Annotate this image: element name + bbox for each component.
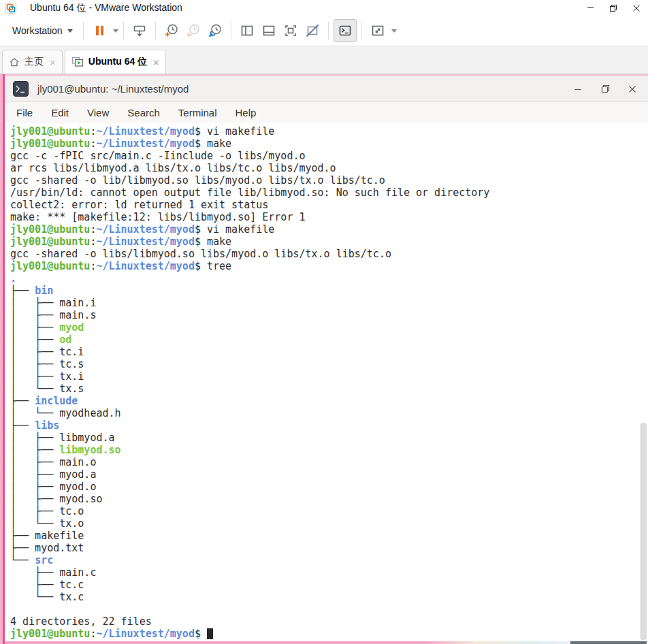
menu-search[interactable]: Search (127, 107, 160, 118)
chevron-down-icon[interactable] (391, 29, 397, 33)
close-icon[interactable] (625, 0, 648, 16)
vmware-logo-icon (5, 3, 16, 14)
tab-label: Ubuntu 64 位 (88, 56, 147, 68)
terminal-minimize-icon[interactable] (572, 83, 584, 95)
terminal-line: make: *** [makefile:12: libs/libmyod.so]… (10, 211, 648, 223)
minimize-icon[interactable] (579, 0, 602, 16)
terminal-text: │ ├── (10, 444, 59, 456)
terminal-titlebar[interactable]: jly001@ubuntu: ~/Linuxtest/myod (5, 76, 648, 102)
terminal-line: │ ├── tc.s (10, 358, 648, 370)
library-panel-icon (239, 22, 255, 39)
terminal-text: └── tx.c (10, 591, 84, 603)
vm-display: jly001@ubuntu: ~/Linuxtest/myod FileEdit… (0, 74, 648, 644)
pause-vm-button[interactable] (88, 20, 110, 42)
console-view-button[interactable] (334, 19, 357, 42)
terminal-line: │ └── tx.s (10, 383, 648, 395)
revert-snapshot-button (182, 20, 204, 42)
terminal-line: ├── myod.txt (10, 542, 648, 554)
menu-view[interactable]: View (87, 107, 109, 118)
take-snapshot-button[interactable] (161, 20, 182, 42)
terminal-text: 4 directories, 22 files (10, 615, 152, 628)
terminal-text: ~/Linuxtest/myod (96, 260, 195, 272)
terminal-line: │ ├── libmyod.so (10, 444, 648, 456)
send-ctrl-alt-del-icon (131, 22, 148, 39)
vm-horizontal-scrollbar[interactable] (570, 641, 647, 644)
terminal-line: gcc -shared -o libs/libmyod.so libs/myod… (10, 248, 648, 260)
vmware-titlebar: Ubuntu 64 位 - VMware Workstation (0, 0, 648, 16)
home-icon (9, 57, 20, 67)
manage-snapshots-button[interactable] (204, 20, 226, 42)
terminal-line: │ ├── myod.a (10, 468, 648, 481)
terminal-text: ~/Linuxtest/myod (96, 223, 195, 236)
terminal-text: $ make (195, 236, 231, 248)
terminal-line: jly001@ubuntu:~/Linuxtest/myod$ tree (10, 260, 648, 272)
terminal-text: gcc -c -fPIC src/main.c -Iinclude -o lib… (10, 150, 305, 162)
terminal-line: │ ├── tc.i (10, 346, 648, 358)
terminal-text: libmyod.so (59, 444, 120, 456)
tab-label: 主页 (25, 56, 44, 68)
tab-close-icon[interactable]: × (153, 57, 159, 67)
terminal-line: ├── bin (10, 285, 648, 297)
tab-home[interactable]: 主页 × (2, 50, 63, 74)
terminal-text: jly001@ubuntu (10, 223, 90, 236)
tab-ubuntu-vm[interactable]: Ubuntu 64 位 × (65, 50, 166, 74)
terminal-scrollbar[interactable] (641, 423, 647, 640)
terminal-text: $ (195, 628, 207, 640)
terminal-text: . (10, 272, 16, 285)
tab-close-icon[interactable]: × (50, 57, 56, 67)
fullscreen-button[interactable] (367, 20, 389, 42)
terminal-close-icon[interactable] (626, 83, 638, 95)
terminal-text: jly001@ubuntu (10, 125, 90, 138)
terminal-menubar: FileEditViewSearchTerminalHelp (5, 102, 648, 123)
fit-guest-now-button[interactable] (280, 20, 302, 42)
terminal-text: collect2: error: ld returned 1 exit stat… (10, 199, 268, 211)
vmware-workstation-window: Ubuntu 64 位 - VMware Workstation Worksta… (0, 0, 648, 644)
terminal-line: ar rcs libs/libmyod.a libs/tx.o libs/tc.… (10, 162, 648, 174)
terminal-line: ├── tc.c (10, 579, 648, 591)
toolbar-separator (361, 22, 362, 39)
terminal-line: │ ├── main.o (10, 456, 648, 468)
fullscreen-icon (370, 22, 386, 39)
terminal-text: ├── (10, 285, 35, 297)
terminal-line: │ ├── main.i (10, 297, 648, 309)
send-ctrl-alt-del-button[interactable] (129, 20, 150, 42)
vmware-tabbar: 主页 × Ubuntu 64 位 × (0, 46, 648, 74)
terminal-cursor (207, 628, 213, 639)
show-thumbnail-bar-button[interactable] (258, 20, 280, 42)
menu-terminal[interactable]: Terminal (178, 107, 217, 118)
desktop-wallpaper-edge (0, 74, 648, 76)
menu-edit[interactable]: Edit (51, 107, 69, 118)
terminal-output[interactable]: jly001@ubuntu:~/Linuxtest/myod$ vi makef… (5, 123, 648, 641)
terminal-text: │ ├── (10, 334, 59, 346)
restore-icon[interactable] (602, 0, 625, 16)
thumbnail-bar-icon (261, 22, 277, 39)
menu-file[interactable]: File (16, 107, 33, 118)
show-library-panel-button[interactable] (236, 20, 258, 42)
terminal-text: │ ├── libmyod.a (10, 432, 115, 444)
terminal-text: jly001@ubuntu (10, 628, 90, 640)
terminal-line: └── tx.c (10, 591, 648, 603)
terminal-text: include (35, 395, 78, 407)
terminal-line: jly001@ubuntu:~/Linuxtest/myod$ (10, 628, 648, 640)
chevron-down-icon[interactable] (113, 29, 118, 33)
workstation-menu-button[interactable]: Workstation (7, 21, 78, 40)
terminal-text: $ vi makefile (195, 125, 274, 138)
terminal-text: ├── myod.txt (10, 542, 84, 554)
terminal-line: │ ├── myod (10, 321, 648, 334)
toolbar-separator (328, 22, 329, 39)
workstation-menu-label: Workstation (12, 25, 63, 36)
terminal-line: └── src (10, 554, 648, 566)
desktop-wallpaper-edge (0, 74, 5, 644)
terminal-text: src (35, 554, 53, 566)
terminal-text: ├── (10, 419, 35, 432)
menu-help[interactable]: Help (236, 107, 257, 118)
terminal-text: $ tree (195, 260, 231, 272)
terminal-restore-icon[interactable] (599, 83, 611, 95)
terminal-line: . (10, 272, 648, 285)
toolbar-separator (231, 22, 231, 39)
desktop-wallpaper-edge (0, 641, 648, 644)
terminal-text: ├── main.c (10, 566, 96, 579)
terminal-line: jly001@ubuntu:~/Linuxtest/myod$ vi makef… (10, 223, 648, 236)
terminal-line: │ ├── libmyod.a (10, 432, 648, 444)
toolbar-separator (83, 22, 84, 39)
